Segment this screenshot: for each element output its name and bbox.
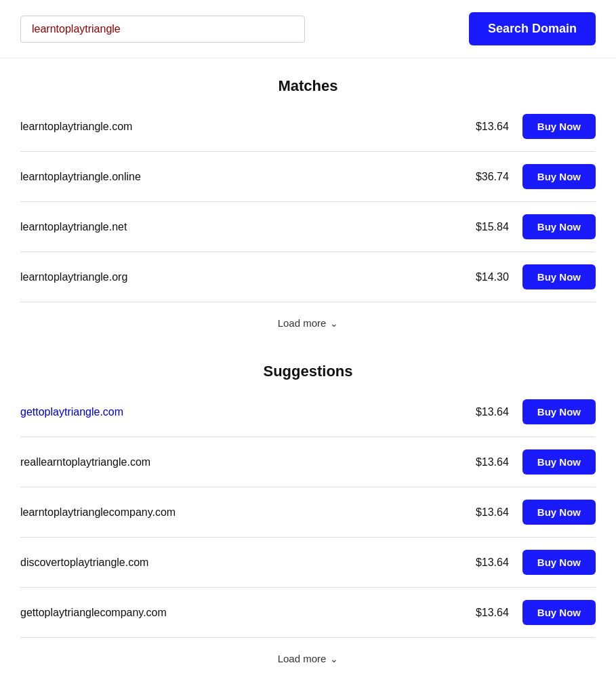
buy-now-button[interactable]: Buy Now: [522, 449, 596, 475]
table-row: learntoplaytriangle.com $13.64 Buy Now: [20, 102, 596, 152]
domain-right: $13.64 Buy Now: [468, 550, 596, 575]
search-domain-button[interactable]: Search Domain: [469, 12, 596, 45]
suggestions-load-more-label: Load more: [278, 653, 327, 664]
domain-price: $13.64: [468, 406, 509, 418]
buy-now-button[interactable]: Buy Now: [522, 114, 596, 139]
domain-name: reallearntoplaytriangle.com: [20, 456, 150, 468]
buy-now-button[interactable]: Buy Now: [522, 399, 596, 424]
table-row: learntoplaytriangle.org $14.30 Buy Now: [20, 252, 596, 302]
matches-title: Matches: [20, 77, 596, 95]
domain-name: learntoplaytriangle.online: [20, 171, 141, 183]
table-row: learntoplaytriangle.online $36.74 Buy No…: [20, 152, 596, 202]
table-row: discovertoplaytriangle.com $13.64 Buy No…: [20, 538, 596, 588]
domain-price: $15.84: [468, 221, 509, 233]
domain-right: $13.64 Buy Now: [468, 500, 596, 525]
table-row: learntoplaytriangle.net $15.84 Buy Now: [20, 202, 596, 252]
domain-price: $13.64: [468, 557, 509, 569]
domain-right: $15.84 Buy Now: [468, 214, 596, 239]
domain-price: $36.74: [468, 171, 509, 183]
domain-right: $13.64 Buy Now: [468, 600, 596, 625]
buy-now-button[interactable]: Buy Now: [522, 550, 596, 575]
domain-name: learntoplaytriangle.org: [20, 271, 127, 283]
domain-price: $13.64: [468, 607, 509, 619]
matches-list: learntoplaytriangle.com $13.64 Buy Now l…: [20, 102, 596, 302]
domain-right: $14.30 Buy Now: [468, 264, 596, 289]
buy-now-button[interactable]: Buy Now: [522, 264, 596, 289]
matches-section: Matches learntoplaytriangle.com $13.64 B…: [0, 77, 616, 344]
search-input[interactable]: [20, 16, 305, 43]
matches-load-more[interactable]: Load more ⌄: [20, 302, 596, 344]
domain-name: gettoplaytrianglecompany.com: [20, 607, 167, 619]
buy-now-button[interactable]: Buy Now: [522, 164, 596, 189]
header: Search Domain: [0, 0, 616, 58]
suggestions-list: gettoplaytriangle.com $13.64 Buy Now rea…: [20, 387, 596, 638]
suggestions-load-more[interactable]: Load more ⌄: [20, 638, 596, 679]
domain-name: learntoplaytriangle.net: [20, 221, 127, 233]
table-row: learntoplaytrianglecompany.com $13.64 Bu…: [20, 487, 596, 538]
buy-now-button[interactable]: Buy Now: [522, 600, 596, 625]
buy-now-button[interactable]: Buy Now: [522, 214, 596, 239]
chevron-down-icon: ⌄: [330, 653, 338, 664]
suggestions-section: Suggestions gettoplaytriangle.com $13.64…: [0, 363, 616, 679]
domain-name: gettoplaytriangle.com: [20, 406, 123, 418]
domain-price: $13.64: [468, 121, 509, 133]
domain-right: $13.64 Buy Now: [468, 114, 596, 139]
domain-name: learntoplaytriangle.com: [20, 121, 132, 133]
domain-price: $13.64: [468, 456, 509, 468]
domain-price: $14.30: [468, 271, 509, 283]
domain-right: $13.64 Buy Now: [468, 399, 596, 424]
domain-right: $36.74 Buy Now: [468, 164, 596, 189]
domain-name: discovertoplaytriangle.com: [20, 557, 148, 569]
domain-price: $13.64: [468, 506, 509, 519]
domain-name: learntoplaytrianglecompany.com: [20, 506, 176, 519]
domain-right: $13.64 Buy Now: [468, 449, 596, 475]
table-row: gettoplaytrianglecompany.com $13.64 Buy …: [20, 588, 596, 638]
chevron-down-icon: ⌄: [330, 318, 338, 329]
buy-now-button[interactable]: Buy Now: [522, 500, 596, 525]
table-row: reallearntoplaytriangle.com $13.64 Buy N…: [20, 437, 596, 487]
matches-load-more-label: Load more: [278, 317, 327, 329]
suggestions-title: Suggestions: [20, 363, 596, 380]
table-row: gettoplaytriangle.com $13.64 Buy Now: [20, 387, 596, 437]
